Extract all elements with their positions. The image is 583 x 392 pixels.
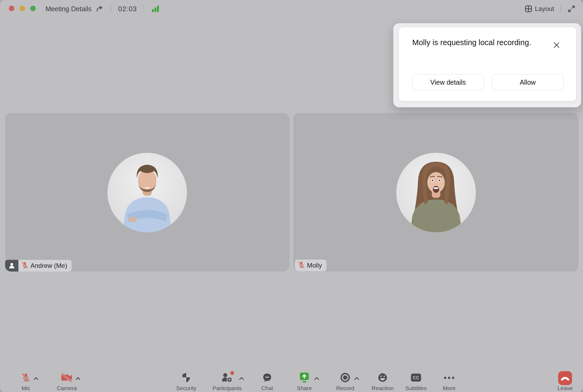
titlebar-right: Layout [525,0,576,18]
meeting-toolbar: Mic Camera [0,368,583,392]
ellipsis-icon [444,376,455,381]
titlebar: Meeting Details 02:03 [0,0,583,18]
participants-label: Participants [207,385,247,391]
chat-label: Chat [247,385,287,391]
mic-off-icon [21,373,31,384]
avatar-andrew [107,153,187,232]
mic-muted-icon [21,261,29,270]
record-options-caret[interactable] [354,377,359,381]
camera-label: Camera [47,385,87,391]
mic-button[interactable]: Mic [6,368,46,391]
meeting-info: Meeting Details 02:03 [45,0,160,18]
notification-message: Molly is requesting local recording. [412,36,533,49]
participant-name: Molly [307,262,322,269]
view-details-button[interactable]: View details [412,74,484,90]
phone-hangup-icon [558,371,572,385]
share-arrow-icon[interactable] [96,5,104,13]
record-icon [340,372,351,384]
leave-button[interactable]: Leave [545,368,583,391]
notification-card: Molly is requesting local recording. Vie… [399,27,576,101]
camera-off-icon [61,373,73,383]
self-view-icon [5,260,18,272]
share-screen-icon [298,372,310,384]
name-badge-andrew: Andrew (Me) [5,260,72,272]
chat-button[interactable]: Chat [247,368,287,391]
record-button[interactable]: Record [325,368,365,391]
zoom-window-button[interactable] [30,6,36,11]
share-label: Share [284,385,324,391]
mic-label: Mic [6,385,46,391]
share-button[interactable]: Share [284,368,324,391]
camera-button[interactable]: Camera [47,368,87,391]
titlebar-divider [561,5,561,13]
minimize-window-button[interactable] [20,6,25,11]
participant-name: Andrew (Me) [30,262,67,269]
fullscreen-expand-icon[interactable] [568,5,576,13]
participants-notification-dot [230,371,234,375]
video-tile-molly: Molly [293,113,578,272]
smiley-icon [377,372,388,384]
titlebar-divider [144,5,144,13]
video-tile-andrew: Andrew (Me) [5,113,289,272]
record-label: Record [325,385,365,391]
meeting-title: Meeting Details [45,5,91,13]
titlebar-divider [111,5,111,13]
shield-icon [181,372,191,384]
security-button[interactable]: Security [166,368,206,391]
participants-options-caret[interactable] [239,377,244,381]
close-window-button[interactable] [9,6,14,11]
name-badge-molly: Molly [295,260,327,271]
svg-text:CC: CC [413,375,419,380]
security-label: Security [166,385,206,391]
meeting-timer: 02:03 [118,5,137,13]
camera-options-caret[interactable] [75,377,81,381]
allow-button[interactable]: Allow [492,74,563,90]
mic-muted-icon [298,261,305,270]
mic-options-caret[interactable] [33,377,39,381]
layout-grid-icon [525,5,532,13]
more-button[interactable]: More [429,368,469,391]
layout-button[interactable]: Layout [525,5,554,13]
meeting-window: Meeting Details 02:03 [0,0,583,392]
leave-label: Leave [545,385,583,391]
share-options-caret[interactable] [314,377,319,381]
recording-request-notification: Molly is requesting local recording. Vie… [393,23,581,107]
avatar-molly [396,153,476,232]
cc-icon: CC [410,373,422,383]
more-label: More [429,385,469,391]
chat-bubble-icon [262,373,272,384]
close-icon[interactable] [553,41,561,49]
signal-strength-icon [151,5,160,13]
participants-button[interactable]: Participants [207,368,247,391]
layout-label: Layout [535,5,554,13]
window-controls [9,6,36,11]
